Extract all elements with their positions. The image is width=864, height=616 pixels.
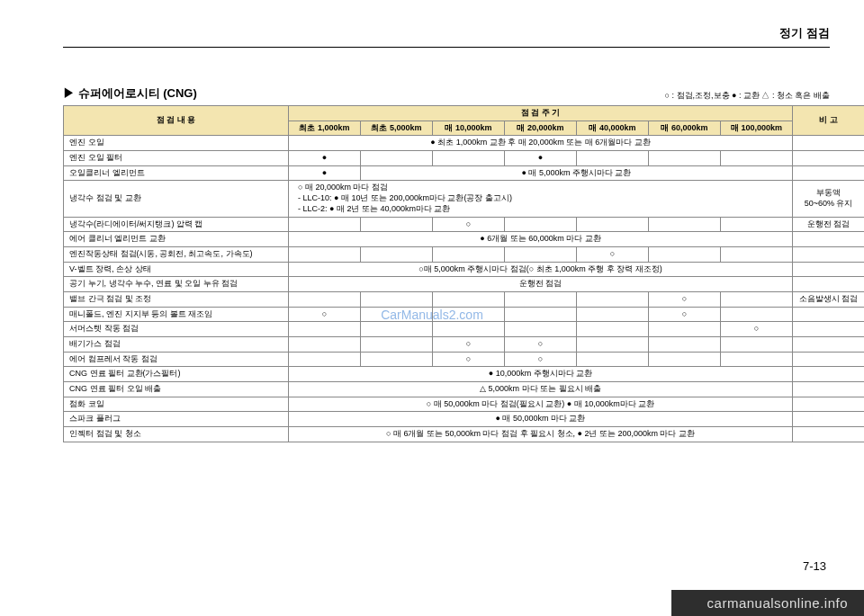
row-remark xyxy=(793,262,864,277)
row-cell xyxy=(649,217,721,232)
section-title: ▶ 슈퍼에어로시티 (CNG) xyxy=(63,85,197,102)
row-span-value: ○ 매 50,000km 마다 점검(필요시 교환) ● 매 10,000km마… xyxy=(289,397,793,412)
row-item: 엔진 오일 xyxy=(64,136,289,151)
row-cell xyxy=(721,337,793,353)
row-item: 인젝터 점검 및 청소 xyxy=(64,427,289,442)
row-cell xyxy=(289,337,361,353)
row-cell xyxy=(433,307,505,322)
row-item: 배기가스 점검 xyxy=(64,337,289,353)
table-row: 공기 누기, 냉각수 누수, 연료 및 오일 누유 점검운행전 점검 xyxy=(64,277,865,292)
row-cell xyxy=(649,322,721,337)
row-cell xyxy=(721,352,793,367)
th-period-col: 매 100,000km xyxy=(721,121,793,136)
th-period: 점 검 주 기 xyxy=(289,106,793,121)
row-item: CNG 연료 필터 오일 배출 xyxy=(64,382,289,397)
table-row: 점화 코일○ 매 50,000km 마다 점검(필요시 교환) ● 매 10,0… xyxy=(64,397,865,412)
row-span-value: ● 10,000km 주행시마다 교환 xyxy=(289,367,793,382)
row-cell xyxy=(577,291,649,307)
row-remark xyxy=(793,382,864,397)
row-cell xyxy=(433,291,505,307)
row-remark xyxy=(793,427,864,442)
row-cell xyxy=(577,217,649,232)
table-row: 오일클리너 엘리먼트●● 매 5,000km 주행시마다 교환 xyxy=(64,165,865,181)
table-row: 냉각수(라디에이터/써지탱크) 압력 캡○운행전 점검 xyxy=(64,217,865,232)
row-span-value: ○매 5,000km 주행시마다 점검(○ 최초 1,000km 주행 후 장력… xyxy=(289,262,793,277)
row-remark xyxy=(793,322,864,337)
row-cell: ○ xyxy=(505,352,577,367)
row-item: 공기 누기, 냉각수 누수, 연료 및 오일 누유 점검 xyxy=(64,277,289,292)
row-remark xyxy=(793,136,864,151)
row-cell xyxy=(505,246,577,262)
row-cell xyxy=(577,307,649,322)
row-cell xyxy=(505,217,577,232)
header-divider xyxy=(63,47,830,48)
row-remark xyxy=(793,246,864,262)
table-row: 배기가스 점검○○ xyxy=(64,337,865,353)
row-cell xyxy=(433,151,505,166)
row-cell xyxy=(721,291,793,307)
row-item: 서머스텟 작동 점검 xyxy=(64,322,289,337)
row-cell xyxy=(721,246,793,262)
row-cell xyxy=(505,291,577,307)
row-remark xyxy=(793,367,864,382)
row-cell: ○ xyxy=(433,337,505,353)
row-remark: 부동액 50~60% 유지 xyxy=(793,181,864,217)
row-item: 매니폴드, 엔진 지지부 등의 볼트 재조임 xyxy=(64,307,289,322)
page-number: 7-13 xyxy=(803,559,826,573)
row-remark xyxy=(793,165,864,181)
row-remark xyxy=(793,232,864,247)
row-remark: 운행전 점검 xyxy=(793,217,864,232)
row-span-value: 운행전 점검 xyxy=(289,277,793,292)
row-item: 스파크 플러그 xyxy=(64,412,289,427)
table-row: 냉각수 점검 및 교환○ 매 20,000km 마다 점검 - LLC-10: … xyxy=(64,181,865,217)
table-row: CNG 연료 필터 교환(가스필터)● 10,000km 주행시마다 교환 xyxy=(64,367,865,382)
th-item: 점 검 내 용 xyxy=(64,106,289,136)
maintenance-table: 점 검 내 용 점 검 주 기 비 고 최초 1,000km최초 5,000km… xyxy=(63,105,864,442)
row-cell xyxy=(505,307,577,322)
table-row: 밸브 간극 점검 및 조정○소음발생시 점검 xyxy=(64,291,865,307)
row-remark xyxy=(793,397,864,412)
row-cell xyxy=(721,217,793,232)
row-remark xyxy=(793,277,864,292)
row-item: 오일클리너 엘리먼트 xyxy=(64,165,289,181)
legend-text: ○ : 점검,조정,보충 ● : 교환 △ : 청소 혹은 배출 xyxy=(665,90,830,102)
row-cell xyxy=(649,246,721,262)
row-cell xyxy=(433,322,505,337)
row-item: 냉각수 점검 및 교환 xyxy=(64,181,289,217)
row-cell xyxy=(361,307,433,322)
row-cell xyxy=(577,337,649,353)
row-item: 에어 컴프레서 작동 점검 xyxy=(64,352,289,367)
table-row: 에어 컴프레서 작동 점검○○ xyxy=(64,352,865,367)
row-item: 점화 코일 xyxy=(64,397,289,412)
row-item: 밸브 간극 점검 및 조정 xyxy=(64,291,289,307)
table-row: 엔진작동상태 점검(시동, 공회전, 최고속도, 가속도)○ xyxy=(64,246,865,262)
row-item: 냉각수(라디에이터/써지탱크) 압력 캡 xyxy=(64,217,289,232)
row-cell xyxy=(433,246,505,262)
row-span-value: ○ 매 20,000km 마다 점검 - LLC-10: ● 매 10년 또는 … xyxy=(289,181,793,217)
row-cell xyxy=(649,337,721,353)
page-header-title: 정기 점검 xyxy=(63,25,830,47)
row-cell xyxy=(361,246,433,262)
th-period-col: 매 10,000km xyxy=(433,121,505,136)
row-cell: ○ xyxy=(649,307,721,322)
table-row: 스파크 플러그● 매 50,000km 마다 교환 xyxy=(64,412,865,427)
row-cell xyxy=(361,151,433,166)
row-span-value: ● 매 5,000km 주행시마다 교환 xyxy=(361,165,793,181)
row-cell: ○ xyxy=(577,246,649,262)
table-row: 엔진 오일● 최초 1,000km 교환 후 매 20,000km 또는 매 6… xyxy=(64,136,865,151)
row-cell: ○ xyxy=(505,337,577,353)
row-cell xyxy=(361,217,433,232)
row-cell xyxy=(361,352,433,367)
table-row: 서머스텟 작동 점검○ xyxy=(64,322,865,337)
row-span-value: ● 매 50,000km 마다 교환 xyxy=(289,412,793,427)
table-row: 에어 클리너 엘리먼트 교환● 6개월 또는 60,000km 마다 교환 xyxy=(64,232,865,247)
row-remark xyxy=(793,337,864,353)
row-cell xyxy=(289,217,361,232)
row-span-value: ● 6개월 또는 60,000km 마다 교환 xyxy=(289,232,793,247)
row-cell xyxy=(577,322,649,337)
row-cell: ● xyxy=(289,151,361,166)
row-cell xyxy=(361,337,433,353)
row-cell xyxy=(649,352,721,367)
footer-brand: carmanualsonline.info xyxy=(671,590,864,616)
row-cell: ○ xyxy=(289,307,361,322)
